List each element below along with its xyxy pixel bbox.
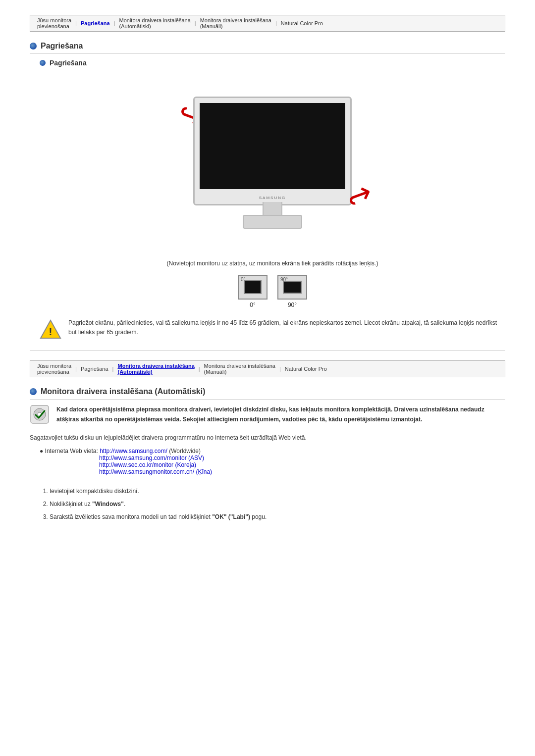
subsection-pagriesana: Pagriešana ↩ SAMSUNG ↩ (Novietojot monit… <box>40 59 505 340</box>
arrow-right-icon: ↩ <box>342 177 376 213</box>
section-pagriesana: Pagriešana Pagriešana ↩ SAMSUNG ↩ <box>30 42 505 340</box>
warning-text: Pagriežot ekrānu, pārliecinieties, vai t… <box>68 318 505 337</box>
nav-item-pievienosana[interactable]: Jūsu monitorapievienošana <box>34 17 74 29</box>
section-draivera: Monitora draivera instalēšana (Automātis… <box>30 387 505 523</box>
link-asv[interactable]: http://www.samsung.com/monitor (ASV) <box>99 454 505 461</box>
monitor-0deg <box>244 280 262 294</box>
section2-bullet <box>30 388 37 395</box>
info-text-normal: Sagatavojiet tukšu disku un lejupielādēj… <box>30 433 505 443</box>
section-bullet <box>30 43 37 50</box>
rotation-caption: (Novietojot monitoru uz statņa, uz monit… <box>40 260 505 267</box>
angle-display: 0° 0° 90° 90° <box>40 275 505 308</box>
link-china[interactable]: http://www.samsungmonitor.com.cn/ (Ķīna) <box>99 468 505 475</box>
monitor-illustration: ↩ SAMSUNG ↩ <box>40 77 505 245</box>
monitor-wrapper: ↩ SAMSUNG ↩ <box>173 82 372 240</box>
nav-item2-manuali[interactable]: Monitora draivera instalēšana(Manuāli) <box>201 363 278 375</box>
monitor-stand-neck <box>263 202 282 216</box>
internet-label: ● Interneta Web vieta: <box>40 448 98 454</box>
numbered-steps: Ievietojiet kompaktdisku diskdzinī. Nokl… <box>50 485 505 523</box>
angle-90-label: 90° <box>288 302 297 308</box>
angle-0-label: 0° <box>250 302 255 308</box>
info-box: Kad datora operētājsistēma pieprasa moni… <box>30 404 505 425</box>
nav-item2-auto[interactable]: Monitora draivera instalēšana(Automātisk… <box>114 363 197 375</box>
angle-0-box: 0° 0° <box>238 275 268 308</box>
nav-item2-pagriesana[interactable]: Pagriešana <box>78 366 111 372</box>
monitor-90deg <box>283 281 302 294</box>
check-icon <box>30 404 50 424</box>
nav-item-manuali[interactable]: Monitora draivera instalēšana(Manuāli) <box>197 17 274 29</box>
step-3: Sarakstā izvēlieties sava monitora model… <box>50 511 505 523</box>
svg-text:!: ! <box>49 325 52 338</box>
nav-item-color-pro[interactable]: Natural Color Pro <box>278 20 326 26</box>
nav-item2-pievienosana[interactable]: Jūsu monitorapievienošana <box>34 363 74 375</box>
warning-icon: ! <box>40 318 61 340</box>
step-2: Noklikšķiniet uz "Windows". <box>50 498 505 510</box>
section-title-pagriesana: Pagriešana <box>30 42 505 54</box>
warning-box: ! Pagriežot ekrānu, pārliecinieties, vai… <box>40 318 505 340</box>
angle-0-image: 0° <box>238 275 268 300</box>
nav-item-pagriesana[interactable]: Pagriešana <box>78 20 113 26</box>
link-koreja[interactable]: http://www.sec.co.kr/monitor (Koreja) <box>99 461 505 468</box>
nav-bar-top: Jūsu monitorapievienošana | Pagriešana |… <box>30 15 505 32</box>
nav-bar-middle: Jūsu monitorapievienošana | Pagriešana |… <box>30 360 505 377</box>
angle-90-box: 90° 90° <box>277 275 307 308</box>
links-section: ● Interneta Web vieta: http://www.samsun… <box>40 448 505 475</box>
nav-item-auto[interactable]: Monitora draivera instalēšana(Automātisk… <box>116 17 194 29</box>
angle-90-image: 90° <box>277 275 307 300</box>
nav-item2-color-pro[interactable]: Natural Color Pro <box>282 366 330 372</box>
monitor-screen <box>200 103 345 189</box>
step-1: Ievietojiet kompaktdisku diskdzinī. <box>50 485 505 497</box>
link-worldwide[interactable]: http://www.samsung.com/ <box>100 448 167 454</box>
subsection-title: Pagriešana <box>40 59 505 67</box>
monitor-stand-base <box>243 215 302 229</box>
subsection-bullet <box>40 60 46 66</box>
info-text-bold: Kad datora operētājsistēma pieprasa moni… <box>56 404 505 425</box>
monitor-body: SAMSUNG <box>193 97 352 205</box>
monitor-brand: SAMSUNG <box>259 196 286 200</box>
section-title-draivera: Monitora draivera instalēšana (Automātis… <box>30 387 505 400</box>
